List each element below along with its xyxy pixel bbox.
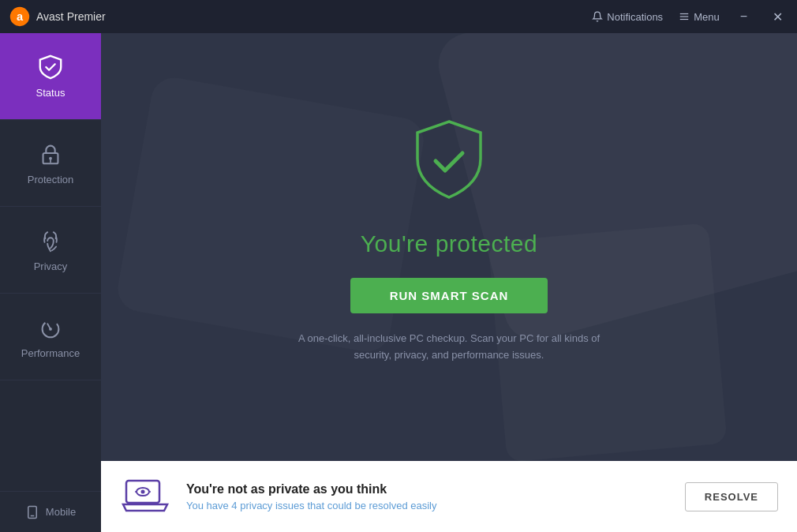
sidebar-status-label: Status bbox=[36, 87, 65, 99]
sidebar-spacer bbox=[0, 380, 101, 491]
menu-button[interactable]: Menu bbox=[679, 11, 720, 23]
avast-logo-icon: a bbox=[9, 6, 30, 27]
minimize-button[interactable]: − bbox=[735, 8, 752, 25]
svg-point-14 bbox=[141, 490, 145, 494]
sidebar: Status Protection Privacy bbox=[0, 33, 101, 532]
main-content: You're protected RUN SMART SCAN A one-cl… bbox=[101, 33, 797, 532]
sidebar-protection-label: Protection bbox=[28, 174, 74, 185]
menu-icon bbox=[679, 11, 690, 22]
status-shield-icon bbox=[37, 54, 64, 81]
center-area: You're protected RUN SMART SCAN A one-cl… bbox=[101, 33, 797, 461]
resolve-button[interactable]: RESOLVE bbox=[685, 482, 778, 511]
svg-text:a: a bbox=[17, 10, 24, 23]
sidebar-privacy-label: Privacy bbox=[34, 260, 68, 272]
bottom-bar-subtitle: You have 4 privacy issues that could be … bbox=[186, 500, 669, 511]
privacy-laptop-icon bbox=[120, 471, 170, 522]
notifications-button[interactable]: Notifications bbox=[592, 11, 663, 23]
sidebar-performance-label: Performance bbox=[21, 347, 80, 359]
app-title: Avast Premier bbox=[36, 10, 106, 23]
privacy-fingerprint-icon bbox=[37, 227, 64, 254]
sidebar-item-privacy[interactable]: Privacy bbox=[0, 207, 101, 294]
bottom-bar-text-area: You're not as private as you think You h… bbox=[186, 482, 669, 511]
mobile-icon bbox=[25, 505, 39, 519]
title-bar-right: Notifications Menu − ✕ bbox=[592, 8, 788, 26]
performance-gauge-icon bbox=[37, 314, 64, 341]
run-smart-scan-button[interactable]: RUN SMART SCAN bbox=[350, 278, 548, 313]
app-body: Status Protection Privacy bbox=[0, 33, 797, 532]
bottom-bar-title: You're not as private as you think bbox=[186, 482, 669, 496]
title-bar: a Avast Premier Notifications Menu − ✕ bbox=[0, 0, 797, 33]
protected-text: You're protected bbox=[361, 230, 537, 257]
sidebar-item-status[interactable]: Status bbox=[0, 33, 101, 120]
protection-lock-icon bbox=[37, 140, 64, 167]
scan-description: A one-click, all-inclusive PC checkup. S… bbox=[283, 331, 615, 364]
sidebar-item-mobile[interactable]: Mobile bbox=[0, 491, 101, 532]
sidebar-item-protection[interactable]: Protection bbox=[0, 120, 101, 207]
sidebar-mobile-label: Mobile bbox=[46, 506, 76, 518]
bottom-notification-bar: You're not as private as you think You h… bbox=[101, 461, 797, 532]
svg-point-9 bbox=[49, 328, 52, 331]
close-button[interactable]: ✕ bbox=[768, 8, 788, 26]
title-bar-left: a Avast Premier bbox=[9, 6, 106, 27]
sidebar-item-performance[interactable]: Performance bbox=[0, 294, 101, 380]
shield-protected-icon bbox=[406, 115, 492, 213]
bell-icon bbox=[592, 11, 603, 22]
